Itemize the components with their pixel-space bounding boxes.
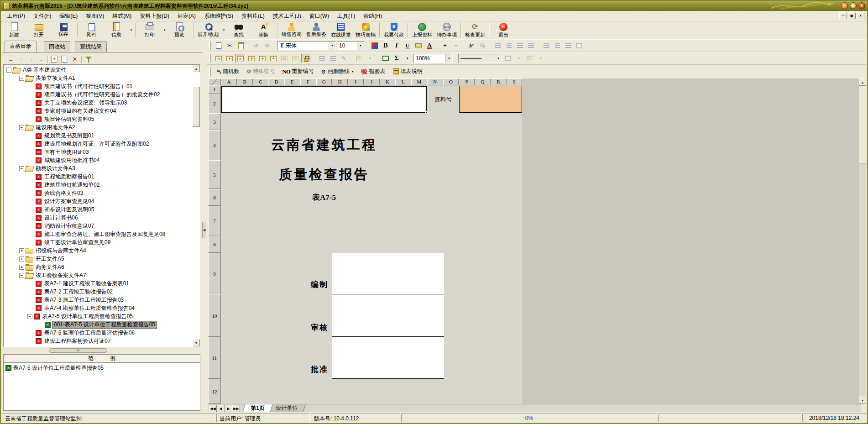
tree-item-doc[interactable]: ✕消防设计审核意见07 — [4, 222, 95, 230]
line-style-select[interactable]: ▼ — [458, 54, 502, 63]
menu-assessment[interactable]: 评定(A) — [173, 11, 200, 21]
row-header[interactable]: 6 — [208, 189, 221, 206]
open-button[interactable]: 打开 — [26, 22, 51, 38]
superscript-button[interactable]: b² — [466, 41, 476, 50]
row-header[interactable]: 10 — [208, 294, 221, 337]
dropdown-arrow[interactable]: ▼ — [329, 42, 335, 50]
align-center-button[interactable] — [504, 41, 514, 50]
report-data-button[interactable]: 上报资料 — [410, 22, 434, 38]
scroll-up-arrow[interactable]: ▲ — [859, 79, 866, 86]
row-header[interactable]: 3 — [208, 113, 221, 130]
tree-item-folder-a1[interactable]: 决策立项文件A1 — [4, 74, 77, 82]
random-number-button[interactable]: ¹²₃随机数 — [214, 66, 242, 77]
border-color-arrow[interactable]: ▼ — [514, 54, 524, 63]
select-object-arrow[interactable]: ▼ — [365, 54, 375, 63]
column-header[interactable]: C — [253, 79, 269, 85]
minimize-button[interactable]: ─ — [841, 2, 848, 9]
form-code[interactable]: 表A7-5 — [221, 189, 427, 206]
font-size-select[interactable]: 10▼ — [337, 41, 364, 50]
next-sheet-button[interactable]: ▶ — [225, 405, 232, 412]
collapse-icon[interactable] — [19, 273, 24, 278]
tree-item-doc[interactable]: ✕表A7-4 勘察单位工程质量检查报告04 — [4, 304, 136, 312]
scrollbar-thumb[interactable] — [193, 87, 200, 127]
tree-item-doc[interactable]: ✕项目建议书（代可行性研究报告）的批复文件02 — [4, 90, 161, 99]
sheet-tab-design-unit[interactable]: 设计单位 — [267, 404, 306, 412]
pattern-clear-button[interactable]: ▥ — [290, 54, 300, 63]
align-right-button[interactable] — [515, 41, 525, 50]
check-update-button[interactable]: ⟳检查更新 — [463, 22, 487, 38]
expand-icon[interactable] — [19, 265, 24, 270]
tree-item-doc-selected[interactable]: ✕001-表A7-5 设计单位工程质量检查报告05 — [4, 320, 157, 329]
sales-consult-button[interactable]: 销售咨询 — [279, 22, 304, 38]
close-button[interactable]: ✕ — [858, 2, 865, 9]
redo-button[interactable]: ↻ — [262, 41, 272, 50]
select-object-button[interactable]: ▨ — [354, 54, 364, 63]
shading-arrow[interactable]: ▼ — [536, 54, 546, 63]
autosum-arrow[interactable]: ▼ — [403, 54, 413, 63]
merge-cells-button[interactable] — [574, 41, 584, 50]
format-painter-button[interactable] — [370, 41, 380, 50]
fill-color-button[interactable] — [413, 41, 424, 50]
collapse-icon[interactable] — [27, 314, 32, 319]
nav-down-button[interactable]: ↓ — [27, 56, 35, 63]
column-header[interactable]: A — [221, 79, 237, 85]
font-name-select[interactable]: T 宋体▼ — [277, 41, 336, 50]
tree-item-doc[interactable]: ✕项目建议书（代可行性研究报告）01 — [4, 82, 134, 90]
delete-row-button[interactable]: ╨ — [268, 54, 278, 63]
valign-bottom-button[interactable] — [563, 41, 573, 50]
compile-signature-cell[interactable] — [332, 253, 444, 294]
insert-col-right-button[interactable]: ▸ — [235, 54, 246, 63]
tree-vertical-scrollbar[interactable]: ▲ ▼ — [193, 65, 200, 346]
tree-item-doc[interactable]: ✕专家对项目的有关建议文件04 — [4, 107, 117, 115]
tree-item-folder-a7[interactable]: 竣工验收备案文件A7 — [4, 271, 88, 279]
sheet-vertical-scrollbar[interactable]: ▲ ▼ — [859, 79, 866, 404]
replace-button[interactable]: A替换 — [251, 22, 276, 38]
tree-item-folder-a6[interactable]: 商务文件A6 — [4, 263, 66, 271]
material-number-input-cell[interactable] — [459, 86, 522, 113]
review-signature-cell[interactable] — [332, 294, 444, 337]
menu-data-library[interactable]: 资料库(L) — [237, 11, 269, 21]
tree-item-folder-a5[interactable]: 开工文件A5 — [4, 255, 66, 263]
column-header[interactable]: I — [348, 79, 364, 85]
preview-button[interactable]: 预览 — [167, 22, 192, 38]
border-color-button[interactable] — [503, 54, 513, 63]
draw-border-button[interactable] — [381, 54, 391, 63]
first-sheet-button[interactable]: ◀◀ — [209, 405, 217, 412]
split-cell-vertical-button[interactable]: ╫ — [246, 54, 256, 63]
collapse-icon[interactable] — [19, 76, 24, 81]
column-header[interactable]: S — [507, 79, 523, 85]
tree-item-doc[interactable]: ✕表A7-6 监理单位工程质量评估报告06 — [4, 329, 136, 337]
online-class-button[interactable]: 在线课堂 — [329, 22, 353, 38]
attachment-button[interactable]: 附件 — [79, 22, 104, 38]
renumber-button[interactable]: NO重新编号 — [279, 66, 317, 77]
align-justify-button[interactable] — [526, 41, 536, 50]
column-header[interactable]: G — [316, 79, 332, 85]
row-header[interactable]: 1 — [208, 85, 221, 94]
scroll-down-arrow[interactable]: ▼ — [193, 339, 200, 346]
column-header[interactable]: L — [395, 79, 411, 85]
toolbar-grip[interactable] — [209, 68, 211, 76]
collapse-icon[interactable] — [6, 68, 11, 73]
tree-item-doc[interactable]: ✕验线合格文件03 — [4, 189, 84, 197]
increase-button[interactable]: + — [440, 41, 450, 50]
fill-instructions-button[interactable]: 填表说明 — [390, 66, 426, 77]
tab-search-results[interactable]: 查找结果 — [75, 41, 107, 52]
last-sheet-button[interactable]: ▶▶ — [232, 405, 240, 412]
pattern-fill-button[interactable]: ▩ — [279, 54, 289, 63]
tree-item-folder-a3[interactable]: 勘察设计文件A3 — [4, 164, 77, 173]
sheet-tab-page1[interactable]: 第1页 — [242, 404, 272, 412]
row-header[interactable]: 2 — [208, 94, 221, 113]
valign-top-button[interactable] — [541, 41, 551, 50]
row-header[interactable]: 11 — [208, 337, 221, 379]
approve-signature-cell[interactable] — [332, 337, 444, 379]
expand-collapse-button[interactable]: 展开/收起 — [195, 22, 221, 38]
column-header[interactable]: D — [268, 79, 284, 85]
tree-item-doc[interactable]: ✕表A7-3 施工单位工程竣工报告03 — [4, 296, 125, 304]
menu-format[interactable]: 格式(M) — [108, 11, 136, 21]
cut-button[interactable]: ✂ — [225, 41, 235, 50]
tree-item-doc[interactable]: ✕关于立项的会议纪要、领导批示03 — [4, 99, 128, 107]
insert-col-left-button[interactable]: ◂ — [214, 54, 224, 63]
info-dropdown-arrow[interactable] — [129, 22, 134, 38]
paste-button[interactable] — [235, 41, 246, 50]
mdi-restore-button[interactable]: ▣ — [848, 12, 856, 19]
